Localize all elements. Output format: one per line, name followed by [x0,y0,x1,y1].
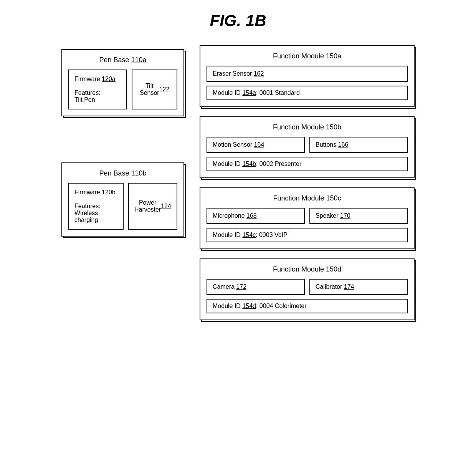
function-module-c-title: Function Module 150c [207,194,408,202]
pen-base-a-title: Pen Base 110a [68,56,177,64]
speaker: Speaker 170 [309,208,408,224]
function-module-c: Function Module 150c Microphone 168 Spea… [200,187,415,249]
function-module-b-id: Module ID 154b: 0002 Presenter [207,157,408,171]
page-title: FIG. 1B [8,12,468,30]
function-module-b: Function Module 150b Motion Sensor 164 B… [200,116,415,178]
buttons: Buttons 166 [309,137,408,153]
function-module-b-title: Function Module 150b [207,123,408,131]
motion-sensor: Motion Sensor 164 [207,137,305,153]
pen-base-a-sensor: TiltSensor122 [132,70,177,109]
function-module-a: Function Module 150a Eraser Sensor 162 M… [200,45,415,107]
function-module-a-id: Module ID 154a: 0001 Standard [207,86,408,100]
pen-base-b-firmware: Firmware 120b Features: Wirelesscharging [68,183,124,230]
pen-base-a-firmware: Firmware 120a Features: Tilt Pen [68,70,127,109]
function-module-a-title: Function Module 150a [207,52,408,60]
pen-base-b: Pen Base 110b Firmware 120b Features: Wi… [61,162,184,237]
function-module-d: Function Module 150d Camera 172 Calibrat… [200,258,415,320]
calibrator: Calibrator 174 [309,279,408,295]
function-module-d-title: Function Module 150d [207,265,408,273]
eraser-sensor: Eraser Sensor 162 [207,66,408,82]
function-module-c-id: Module ID 154c: 0003 VoIP [207,228,408,242]
pen-base-a: Pen Base 110a Firmware 120a Features: Ti… [61,49,184,116]
camera: Camera 172 [207,279,305,295]
microphone: Microphone 168 [207,208,305,224]
function-module-d-id: Module ID 154d: 0004 Colorimeter [207,299,408,313]
pen-base-b-sensor: PowerHarvester124 [128,183,177,230]
pen-base-b-title: Pen Base 110b [68,169,177,177]
